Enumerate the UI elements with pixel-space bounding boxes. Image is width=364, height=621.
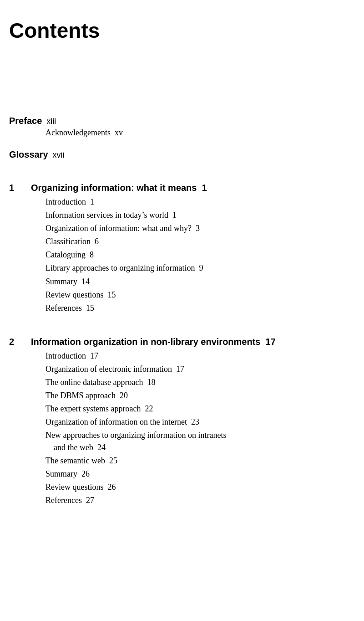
- preface-label: Preface: [9, 116, 42, 126]
- chapter-1-items: Introduction 1 Information services in t…: [46, 196, 339, 314]
- chapter-1-number: 1: [9, 183, 27, 193]
- list-item: Summary 26: [46, 468, 339, 480]
- list-item: Introduction 1: [46, 196, 339, 208]
- list-item: New approaches to organizing information…: [46, 429, 339, 453]
- list-item: Classification 6: [46, 236, 339, 247]
- chapter-1-header: 1 Organizing information: what it means …: [9, 183, 339, 193]
- list-item: Review questions 15: [46, 289, 339, 301]
- list-item: The DBMS approach 20: [46, 390, 339, 401]
- preface-page: xiii: [46, 117, 56, 126]
- chapter-2-items: Introduction 17 Organization of electron…: [46, 350, 339, 506]
- list-item: Summary 14: [46, 276, 339, 287]
- chapter-2: 2 Information organization in non-librar…: [9, 337, 339, 506]
- glossary-page: xvii: [53, 150, 65, 160]
- acknowledgements-entry: Acknowledgements xv: [46, 128, 339, 138]
- list-item: Organization of information: what and wh…: [46, 222, 339, 234]
- list-item: The online database approach 18: [46, 376, 339, 388]
- glossary-label: Glossary: [9, 149, 48, 160]
- page-title: Contents: [9, 18, 339, 43]
- chapter-1-title: Organizing information: what it means 1: [31, 183, 339, 193]
- acknowledgements-label: Acknowledgements: [46, 128, 111, 137]
- glossary-entry: Glossary xvii: [9, 149, 339, 160]
- list-item: Introduction 17: [46, 350, 339, 362]
- list-item: Organization of information on the inter…: [46, 416, 339, 428]
- list-item: The expert systems approach 22: [46, 403, 339, 415]
- list-item: Cataloguing 8: [46, 249, 339, 261]
- list-item: Library approaches to organizing informa…: [46, 262, 339, 274]
- list-item: References 27: [46, 494, 339, 506]
- list-item: References 15: [46, 302, 339, 314]
- acknowledgements-page: xv: [115, 128, 123, 137]
- front-matter-section: Preface xiii Acknowledgements xv Glossar…: [9, 116, 339, 160]
- chapter-1: 1 Organizing information: what it means …: [9, 183, 339, 314]
- preface-entry: Preface xiii: [9, 116, 339, 126]
- list-item: Review questions 26: [46, 481, 339, 493]
- list-item: Information services in today’s world 1: [46, 209, 339, 221]
- chapter-2-number: 2: [9, 337, 27, 347]
- chapter-2-header: 2 Information organization in non-librar…: [9, 337, 339, 347]
- chapter-2-title: Information organization in non-library …: [31, 337, 339, 347]
- list-item: The semantic web 25: [46, 455, 339, 467]
- list-item: Organization of electronic information 1…: [46, 363, 339, 375]
